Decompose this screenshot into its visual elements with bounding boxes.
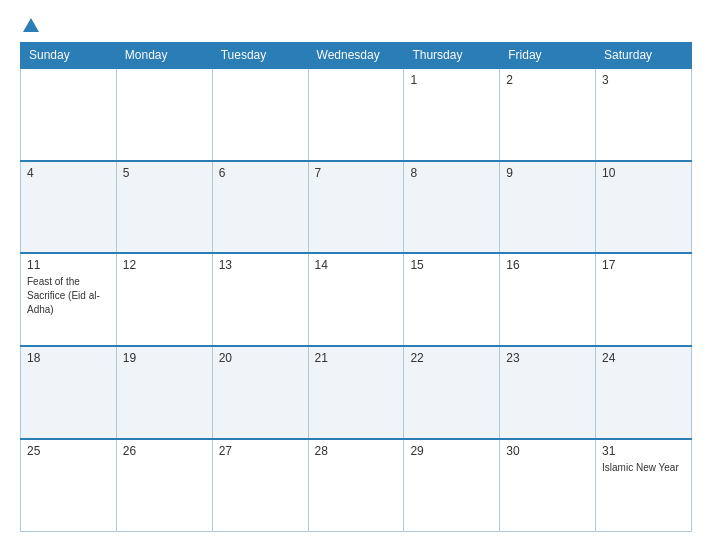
calendar-cell: 18 — [21, 346, 117, 439]
day-number: 2 — [506, 73, 589, 87]
calendar-cell: 5 — [116, 161, 212, 254]
event-label: Feast of the Sacrifice (Eid al-Adha) — [27, 276, 100, 315]
day-number: 30 — [506, 444, 589, 458]
event-label: Islamic New Year — [602, 462, 679, 473]
day-number: 18 — [27, 351, 110, 365]
calendar-cell: 20 — [212, 346, 308, 439]
calendar-cell: 7 — [308, 161, 404, 254]
day-number: 29 — [410, 444, 493, 458]
calendar-cell: 6 — [212, 161, 308, 254]
calendar-cell: 1 — [404, 68, 500, 161]
day-number: 22 — [410, 351, 493, 365]
calendar-cell: 9 — [500, 161, 596, 254]
calendar-cell: 8 — [404, 161, 500, 254]
calendar-cell: 21 — [308, 346, 404, 439]
calendar-cell: 28 — [308, 439, 404, 532]
calendar-cell: 4 — [21, 161, 117, 254]
logo — [20, 18, 39, 32]
calendar-cell — [116, 68, 212, 161]
week-row-3: 11Feast of the Sacrifice (Eid al-Adha)12… — [21, 253, 692, 346]
day-number: 24 — [602, 351, 685, 365]
day-number: 7 — [315, 166, 398, 180]
weekday-sunday: Sunday — [21, 43, 117, 69]
calendar-cell: 24 — [596, 346, 692, 439]
week-row-1: 123 — [21, 68, 692, 161]
day-number: 26 — [123, 444, 206, 458]
weekday-monday: Monday — [116, 43, 212, 69]
day-number: 8 — [410, 166, 493, 180]
weekday-friday: Friday — [500, 43, 596, 69]
header — [20, 18, 692, 32]
day-number: 15 — [410, 258, 493, 272]
calendar-cell: 12 — [116, 253, 212, 346]
day-number: 20 — [219, 351, 302, 365]
week-row-4: 18192021222324 — [21, 346, 692, 439]
day-number: 6 — [219, 166, 302, 180]
calendar-cell: 2 — [500, 68, 596, 161]
logo-blue-text — [20, 18, 39, 32]
day-number: 25 — [27, 444, 110, 458]
calendar-cell: 23 — [500, 346, 596, 439]
day-number: 12 — [123, 258, 206, 272]
calendar-cell: 16 — [500, 253, 596, 346]
calendar-cell: 11Feast of the Sacrifice (Eid al-Adha) — [21, 253, 117, 346]
day-number: 31 — [602, 444, 685, 458]
day-number: 21 — [315, 351, 398, 365]
logo-triangle-icon — [23, 18, 39, 32]
calendar-cell: 27 — [212, 439, 308, 532]
calendar-cell: 30 — [500, 439, 596, 532]
calendar-cell: 14 — [308, 253, 404, 346]
day-number: 16 — [506, 258, 589, 272]
weekday-thursday: Thursday — [404, 43, 500, 69]
calendar-cell: 3 — [596, 68, 692, 161]
day-number: 14 — [315, 258, 398, 272]
day-number: 5 — [123, 166, 206, 180]
day-number: 9 — [506, 166, 589, 180]
day-number: 1 — [410, 73, 493, 87]
day-number: 13 — [219, 258, 302, 272]
weekday-wednesday: Wednesday — [308, 43, 404, 69]
calendar-cell — [212, 68, 308, 161]
calendar-cell: 31Islamic New Year — [596, 439, 692, 532]
calendar-cell: 10 — [596, 161, 692, 254]
day-number: 28 — [315, 444, 398, 458]
week-row-2: 45678910 — [21, 161, 692, 254]
weekday-tuesday: Tuesday — [212, 43, 308, 69]
calendar-cell: 22 — [404, 346, 500, 439]
calendar-cell: 29 — [404, 439, 500, 532]
calendar-cell: 15 — [404, 253, 500, 346]
week-row-5: 25262728293031Islamic New Year — [21, 439, 692, 532]
calendar-cell: 25 — [21, 439, 117, 532]
weekday-saturday: Saturday — [596, 43, 692, 69]
calendar-cell: 26 — [116, 439, 212, 532]
calendar-cell: 13 — [212, 253, 308, 346]
calendar-table: SundayMondayTuesdayWednesdayThursdayFrid… — [20, 42, 692, 532]
day-number: 27 — [219, 444, 302, 458]
calendar-cell — [308, 68, 404, 161]
calendar-cell — [21, 68, 117, 161]
day-number: 19 — [123, 351, 206, 365]
day-number: 10 — [602, 166, 685, 180]
day-number: 11 — [27, 258, 110, 272]
day-number: 4 — [27, 166, 110, 180]
calendar-cell: 19 — [116, 346, 212, 439]
calendar-cell: 17 — [596, 253, 692, 346]
weekday-header-row: SundayMondayTuesdayWednesdayThursdayFrid… — [21, 43, 692, 69]
day-number: 17 — [602, 258, 685, 272]
day-number: 23 — [506, 351, 589, 365]
day-number: 3 — [602, 73, 685, 87]
